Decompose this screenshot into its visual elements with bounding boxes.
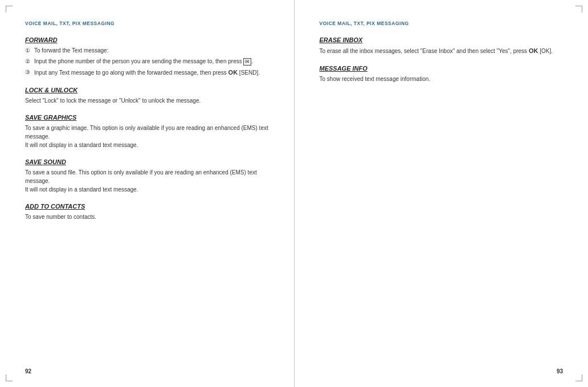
section-message-info-body: To show received text message informatio… xyxy=(320,75,564,83)
section-forward: FORWARD ① To forward the Text message: ②… xyxy=(25,36,269,78)
section-save-graphics-title: SAVE GRAPHICS xyxy=(25,114,269,121)
section-add-to-contacts-title: ADD TO CONTACTS xyxy=(25,203,269,210)
right-page: VOICE MAIL, TXT, PIX MESSAGING ERASE INB… xyxy=(295,0,589,387)
section-message-info-title: MESSAGE INFO xyxy=(320,65,564,72)
section-add-to-contacts: ADD TO CONTACTS To save number to contac… xyxy=(25,203,269,221)
section-save-sound-body: To save a sound file. This option is onl… xyxy=(25,168,269,194)
corner-mark-tr xyxy=(575,6,582,13)
right-page-number: 93 xyxy=(557,368,563,374)
left-page: VOICE MAIL, TXT, PIX MESSAGING FORWARD ①… xyxy=(0,0,295,387)
section-save-sound: SAVE SOUND To save a sound file. This op… xyxy=(25,158,269,194)
section-add-to-contacts-body: To save number to contacts. xyxy=(25,213,269,221)
section-lock-unlock-body: Select "Lock" to lock the message or "Un… xyxy=(25,96,269,105)
page-spread: VOICE MAIL, TXT, PIX MESSAGING FORWARD ①… xyxy=(0,0,588,387)
section-save-graphics-body: To save a graphic image. This option is … xyxy=(25,124,269,149)
section-save-sound-title: SAVE SOUND xyxy=(25,158,269,165)
send-icon: ✉ xyxy=(243,58,251,66)
section-lock-unlock: LOCK & UNLOCK Select "Lock" to lock the … xyxy=(25,87,269,105)
section-save-graphics: SAVE GRAPHICS To save a graphic image. T… xyxy=(25,114,269,149)
list-item: ① To forward the Text message: xyxy=(25,46,269,55)
section-erase-inbox-body: To erase all the inbox messages, select … xyxy=(320,46,564,56)
section-forward-title: FORWARD xyxy=(25,36,269,43)
left-page-header: VOICE MAIL, TXT, PIX MESSAGING xyxy=(25,21,269,26)
corner-mark-br xyxy=(575,374,582,381)
section-message-info: MESSAGE INFO To show received text messa… xyxy=(320,65,564,83)
list-item: ③ Input any Text message to go along wit… xyxy=(25,68,269,78)
list-item: ② Input the phone number of the person y… xyxy=(25,57,269,66)
forward-list: ① To forward the Text message: ② Input t… xyxy=(25,46,269,78)
left-page-number: 92 xyxy=(25,368,31,374)
section-lock-unlock-title: LOCK & UNLOCK xyxy=(25,87,269,93)
corner-mark-tl xyxy=(6,6,13,13)
right-page-header: VOICE MAIL, TXT, PIX MESSAGING xyxy=(320,21,564,26)
corner-mark-bl xyxy=(6,374,13,381)
section-erase-inbox-title: ERASE INBOX xyxy=(320,36,564,43)
section-erase-inbox: ERASE INBOX To erase all the inbox messa… xyxy=(320,36,564,56)
